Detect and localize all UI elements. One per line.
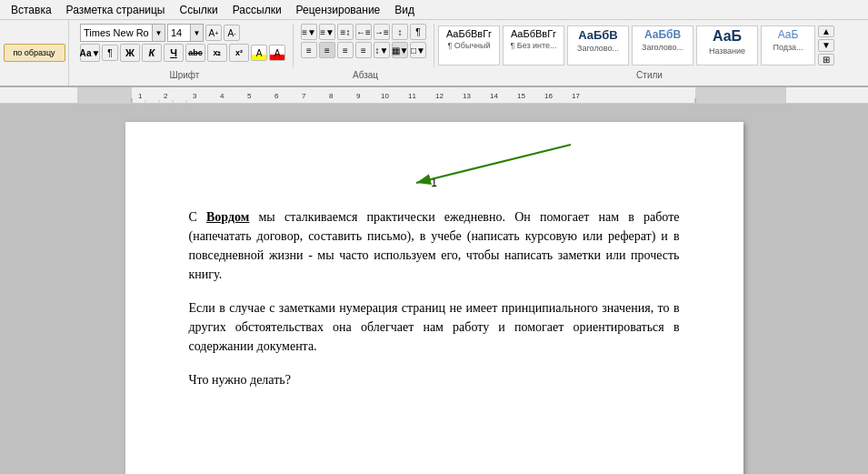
svg-text:3: 3 [193,92,197,100]
font-size-combo[interactable]: ▼ [167,24,204,42]
font-name-combo[interactable]: ▼ [80,24,165,42]
menu-mailings[interactable]: Рассылки [225,2,289,18]
svg-text:15: 15 [517,92,525,100]
style-subtitle-label: Подза... [773,43,803,52]
paragraph-3: Что нужно делать? [189,370,680,389]
decrease-indent-button[interactable]: ←≡ [355,24,372,40]
font-name-input[interactable] [81,26,152,39]
menu-references[interactable]: Ссылки [172,2,224,18]
font-size-dropdown[interactable]: ▼ [190,25,203,41]
svg-text:13: 13 [463,92,471,100]
svg-text:1: 1 [138,92,143,100]
styles-scroll-down[interactable]: ▼ [818,39,834,51]
multilevel-list-button[interactable]: ≡↕ [337,24,354,40]
styles-section-label: Стили [636,70,663,80]
style-title-label: Название [709,46,745,55]
strikethrough-button[interactable]: abc [185,44,205,62]
align-center-button[interactable]: ≡ [319,42,335,58]
menu-page-layout[interactable]: Разметка страницы [59,2,173,18]
svg-text:16: 16 [544,92,553,100]
style-subtitle[interactable]: АаБ Подза... [761,25,815,66]
ribbon: по образцу ▼ ▼ A [0,20,868,87]
svg-text:4: 4 [220,92,224,100]
page-area: 1 С Вордом мы сталкиваемся практически е… [0,104,868,474]
font-section: ▼ ▼ A+ A- Аа▼ ¶ Ж К [76,24,294,67]
document-content[interactable]: С Вордом мы сталкиваемся практически еже… [189,207,680,389]
page-number: 1 [189,176,680,189]
superscript-button[interactable]: x² [229,44,249,62]
subscript-button[interactable]: x₂ [207,44,227,62]
menu-insert[interactable]: Вставка [4,2,59,18]
style-no-spacing[interactable]: АаБбВвГг ¶ Без инте... [503,25,564,66]
svg-text:6: 6 [274,92,279,100]
svg-text:9: 9 [356,92,361,100]
style-heading1-label: Заголово... [577,44,619,53]
line-spacing-button[interactable]: ↕▼ [374,42,390,58]
text-highlight-button[interactable]: A [251,45,267,61]
underline-button[interactable]: Ч [164,44,184,62]
increase-indent-button[interactable]: →≡ [374,24,390,40]
font-name-dropdown[interactable]: ▼ [152,25,165,41]
paragraph-section: ≡▼ ≡▼ ≡↕ ←≡ →≡ ↕ ¶ ≡ ≡ ≡ ≡ ↕▼ [297,24,434,67]
style-no-spacing-label: ¶ Без инте... [510,41,556,50]
bold-button[interactable]: Ж [120,44,140,62]
font-color-button[interactable]: A [269,45,285,61]
style-normal-preview: АаБбВвГг [446,28,492,39]
numbering-button[interactable]: ≡▼ [319,24,335,40]
change-case-button[interactable]: Аа▼ [80,44,100,62]
paragraph-1: С Вордом мы сталкиваемся практически еже… [189,207,680,284]
font-size-input[interactable] [168,26,190,39]
paragraph-2: Если в случае с заметками нумерация стра… [189,298,680,356]
menu-review[interactable]: Рецензирование [289,2,388,18]
bullets-button[interactable]: ≡▼ [301,24,317,40]
sort-button[interactable]: ↕ [392,24,408,40]
style-title-preview: АаБ [713,28,742,45]
borders-button[interactable]: □▼ [410,42,426,58]
style-heading2-label: Заголово... [642,43,683,52]
styles-more[interactable]: ⊞ [818,54,834,66]
grow-font-button[interactable]: A+ [205,25,222,41]
menu-bar: Вставка Разметка страницы Ссылки Рассылк… [0,0,868,20]
font-section-label: Шрифт [170,70,200,80]
svg-text:8: 8 [329,92,334,100]
shrink-font-button[interactable]: A- [224,25,240,41]
style-heading2[interactable]: АаБбВ Заголово... [632,25,693,66]
style-normal[interactable]: АаБбВвГг ¶ Обычный [438,25,500,66]
svg-text:2: 2 [164,92,168,100]
show-formatting-button[interactable]: ¶ [410,24,426,40]
style-normal-label: ¶ Обычный [447,41,490,50]
svg-text:5: 5 [247,92,252,100]
justify-button[interactable]: ≡ [355,42,372,58]
svg-rect-2 [695,87,786,104]
svg-rect-0 [77,87,786,104]
ruler: 1 2 3 4 5 6 7 8 9 10 11 12 13 14 15 16 1… [0,87,868,104]
ruler-svg: 1 2 3 4 5 6 7 8 9 10 11 12 13 14 15 16 1… [77,87,786,104]
svg-text:14: 14 [490,92,498,100]
styles-scroll-up[interactable]: ▲ [818,25,834,37]
style-heading1-preview: АаБбВ [578,28,618,42]
svg-text:12: 12 [435,92,444,100]
svg-text:11: 11 [408,92,416,100]
style-heading2-preview: АаБбВ [644,28,681,41]
style-heading1[interactable]: АаБбВ Заголово... [567,25,629,66]
shading-button[interactable]: ▦▼ [392,42,408,58]
svg-text:7: 7 [302,92,306,100]
word-vordom: Вордом [206,210,249,224]
paragraph-section-label: Абзац [353,70,378,80]
style-title[interactable]: АаБ Название [696,25,758,66]
svg-text:10: 10 [381,92,389,100]
styles-section: АаБбВвГг ¶ Обычный АаБбВвГг ¶ Без инте..… [434,24,864,67]
align-left-button[interactable]: ≡ [301,42,317,58]
svg-rect-1 [77,87,132,104]
italic-button[interactable]: К [142,44,162,62]
clear-format-button[interactable]: ¶ [102,45,118,61]
style-no-spacing-preview: АаБбВвГг [511,28,556,39]
align-right-button[interactable]: ≡ [337,42,354,58]
svg-text:17: 17 [572,92,580,100]
document-page: 1 С Вордом мы сталкиваемся практически е… [125,122,743,474]
style-subtitle-preview: АаБ [778,28,799,41]
menu-view[interactable]: Вид [387,2,422,18]
